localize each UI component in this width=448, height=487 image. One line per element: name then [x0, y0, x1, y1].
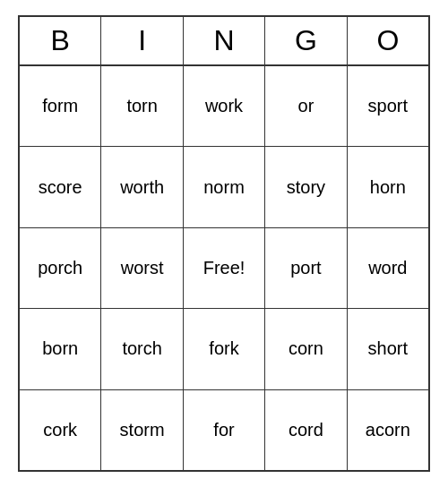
bingo-cell: storm	[101, 390, 183, 470]
bingo-cell: story	[265, 147, 347, 226]
bingo-cell: norm	[184, 147, 265, 226]
bingo-cell: work	[184, 66, 265, 146]
bingo-header: BINGO	[20, 17, 428, 66]
bingo-row: porchworstFree!portword	[20, 228, 428, 309]
bingo-cell: short	[348, 309, 428, 389]
bingo-cell: cork	[20, 390, 101, 470]
header-letter: N	[184, 17, 265, 64]
header-letter: G	[265, 17, 347, 64]
bingo-cell: acorn	[348, 390, 428, 470]
bingo-cell: worth	[101, 147, 183, 226]
bingo-cell: cord	[265, 390, 347, 470]
bingo-cell: torn	[101, 66, 183, 146]
bingo-cell: corn	[265, 309, 347, 389]
bingo-cell: porch	[20, 228, 101, 308]
bingo-row: corkstormforcordacorn	[20, 390, 428, 470]
bingo-cell: word	[348, 228, 428, 308]
bingo-cell: horn	[348, 147, 428, 226]
bingo-cell: score	[20, 147, 101, 226]
bingo-cell: fork	[184, 309, 265, 389]
header-letter: O	[348, 17, 428, 64]
bingo-cell: sport	[348, 66, 428, 146]
header-letter: B	[20, 17, 101, 64]
bingo-card: BINGO formtornworkorsportscoreworthnorms…	[18, 15, 430, 472]
bingo-cell: for	[184, 390, 265, 470]
bingo-cell: port	[265, 228, 347, 308]
bingo-cell: or	[265, 66, 347, 146]
bingo-cell: Free!	[184, 228, 265, 308]
bingo-cell: form	[20, 66, 101, 146]
header-letter: I	[101, 17, 183, 64]
bingo-row: scoreworthnormstoryhorn	[20, 147, 428, 227]
bingo-body: formtornworkorsportscoreworthnormstoryho…	[20, 66, 428, 470]
bingo-row: borntorchforkcornshort	[20, 309, 428, 389]
bingo-cell: worst	[101, 228, 183, 308]
bingo-cell: torch	[101, 309, 183, 389]
bingo-row: formtornworkorsport	[20, 66, 428, 147]
bingo-cell: born	[20, 309, 101, 389]
